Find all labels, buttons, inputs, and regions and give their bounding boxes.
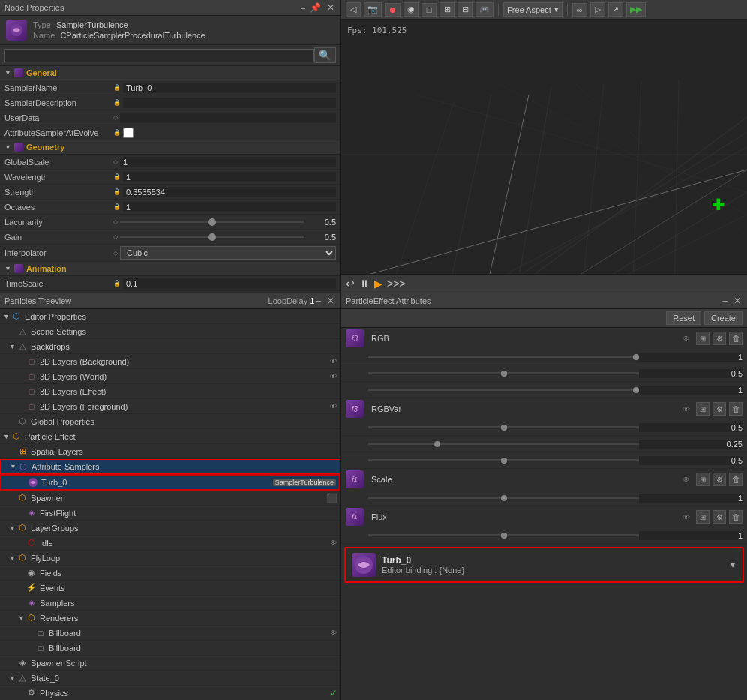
samplername-input[interactable] [123, 83, 336, 93]
pause-button[interactable]: ⏸ [359, 278, 370, 290]
rgb-slider-3[interactable] [368, 389, 639, 391]
vp-square-button[interactable]: □ [422, 3, 436, 17]
flux-slider-1[interactable] [368, 534, 639, 536]
tree-item-scene-settings[interactable]: △ Scene Settings [0, 324, 340, 339]
create-button[interactable]: Create [704, 311, 742, 325]
scale-grid-button[interactable]: ⊞ [696, 473, 710, 486]
aspect-dropdown[interactable]: Free Aspect ▾ [503, 2, 562, 17]
diamond-icon-globalscale[interactable]: ◇ [113, 158, 118, 165]
tree-item-flyloop[interactable]: ▼ ⬡ FlyLoop [0, 551, 340, 566]
diamond-icon-interpolator[interactable]: ◇ [113, 250, 118, 257]
lock-icon-attrsampler[interactable]: 🔒 [113, 129, 121, 136]
userdata-input[interactable] [120, 113, 336, 123]
tree-item-firstflight[interactable]: ◈ FirstFlight [0, 506, 340, 521]
rgbvar-trash-button[interactable]: 🗑 [729, 402, 742, 416]
rgbvar-value-2[interactable] [639, 440, 742, 449]
vp-cursor-button[interactable]: 🎮 [476, 2, 494, 17]
vp-arrow-button[interactable]: ↗ [608, 2, 623, 17]
rgb-trash-button[interactable]: 🗑 [729, 332, 742, 345]
samplerdesc-input[interactable] [123, 98, 336, 108]
flux-value-1[interactable] [639, 531, 742, 540]
pin-button[interactable]: 📌 [308, 2, 322, 13]
gain-slider[interactable] [120, 236, 304, 238]
geometry-section-header[interactable]: ▼ Geometry [0, 140, 340, 155]
rgb-slider-2[interactable] [368, 372, 639, 374]
vp-fast-button[interactable]: ▶▶ [626, 2, 646, 17]
flux-trash-button[interactable]: 🗑 [729, 510, 742, 524]
flux-eye-icon[interactable]: 👁 [682, 513, 690, 521]
animation-section-header[interactable]: ▼ Animation [0, 262, 340, 276]
globalscale-input[interactable] [120, 157, 336, 167]
wavelength-input[interactable] [123, 172, 336, 182]
attr-close-button[interactable]: ✕ [732, 296, 742, 306]
tree-item-idle[interactable]: ⬡ Idle 👁 [0, 536, 340, 551]
flux-grid-button[interactable]: ⊞ [696, 510, 710, 524]
search-input[interactable] [4, 49, 314, 62]
tree-item-physics[interactable]: ⚙ Physics ✓ [0, 686, 340, 700]
diamond-icon-gain[interactable]: ◇ [113, 233, 118, 240]
rgb-value-3[interactable] [639, 386, 742, 395]
tree-item-3d-effect[interactable]: □ 3D Layers (Effect) [0, 384, 340, 399]
rgb-grid-button[interactable]: ⊞ [696, 332, 710, 345]
flux-gear-button[interactable]: ⚙ [712, 510, 726, 524]
tree-item-spatial-layers[interactable]: ⊞ Spatial Layers [0, 444, 340, 459]
rgb-value-1[interactable] [639, 353, 742, 362]
diamond-icon-lacunarity[interactable]: ◇ [113, 218, 118, 225]
scale-slider-1[interactable] [368, 497, 639, 499]
general-section-header[interactable]: ▼ General [0, 66, 340, 80]
tree-item-spawner[interactable]: ⬡ Spawner ⬛ [0, 491, 340, 506]
lacunarity-slider[interactable] [120, 221, 304, 223]
tree-item-layergroups[interactable]: ▼ ⬡ LayerGroups [0, 521, 340, 536]
timescale-input[interactable] [123, 278, 336, 289]
attrsampler-checkbox[interactable] [123, 128, 134, 138]
lock-icon-strength[interactable]: 🔒 [113, 188, 121, 195]
tree-item-backdrops[interactable]: ▼ △ Backdrops [0, 339, 340, 354]
rgb-eye-icon[interactable]: 👁 [682, 335, 690, 343]
vp-infinity-button[interactable]: ∞ [572, 3, 587, 17]
sampler-dropdown-button[interactable]: ▾ [729, 558, 736, 572]
rgbvar-slider-1[interactable] [368, 426, 639, 428]
tree-scroll[interactable]: ▼ ⬡ Editor Properties △ Scene Settings ▼… [0, 309, 340, 700]
tree-item-3d-world[interactable]: □ 3D Layers (World) 👁 [0, 369, 340, 384]
rgbvar-value-1[interactable] [639, 423, 742, 432]
octaves-input[interactable] [123, 202, 336, 212]
eye-icon-2dbg[interactable]: 👁 [330, 357, 338, 365]
tree-item-renderers[interactable]: ▼ ⬡ Renderers [0, 611, 340, 626]
rgb-gear-button[interactable]: ⚙ [712, 332, 726, 345]
eye-icon-3dworld[interactable]: 👁 [330, 372, 338, 380]
diamond-icon-userdata[interactable]: ◇ [113, 114, 118, 121]
tree-item-billboard1[interactable]: □ Billboard 👁 [0, 626, 340, 641]
tree-item-turb0[interactable]: Turb_0 SamplerTurbulence [0, 474, 340, 491]
search-button[interactable]: 🔍 [314, 47, 336, 63]
tree-item-editor-properties[interactable]: ▼ ⬡ Editor Properties [0, 309, 340, 324]
rgbvar-gear-button[interactable]: ⚙ [712, 402, 726, 416]
scale-value-1[interactable] [639, 494, 742, 503]
rgbvar-value-3[interactable] [639, 456, 742, 465]
rgbvar-slider-3[interactable] [368, 459, 639, 461]
vp-back-button[interactable]: ◁ [346, 2, 361, 17]
rgb-slider-1[interactable] [368, 356, 639, 358]
fastforward-button[interactable]: >>> [387, 278, 406, 290]
tree-item-billboard2[interactable]: □ Billboard [0, 641, 340, 656]
scale-trash-button[interactable]: 🗑 [729, 473, 742, 486]
tree-item-fields[interactable]: ◉ Fields [0, 566, 340, 581]
lock-icon-wavelength[interactable]: 🔒 [113, 173, 121, 180]
vp-circle-button[interactable]: ◉ [404, 2, 418, 17]
tree-item-2d-fg[interactable]: □ 2D Layers (Foreground) 👁 [0, 399, 340, 414]
vp-grid-button[interactable]: ⊞ [440, 2, 454, 17]
attr-scroll[interactable]: f3 RGB 👁 ⊞ ⚙ 🗑 [341, 328, 747, 700]
scale-gear-button[interactable]: ⚙ [712, 473, 726, 486]
rewind-button[interactable]: ↩ [346, 278, 355, 290]
tree-item-state0[interactable]: ▼ △ State_0 [0, 671, 340, 686]
vp-frame-button[interactable]: ⊟ [458, 2, 472, 17]
interpolator-select[interactable]: Cubic Linear None [120, 246, 336, 260]
lock-icon-samplerdesc[interactable]: 🔒 [113, 99, 121, 106]
close-button[interactable]: ✕ [326, 2, 336, 13]
tree-close-button[interactable]: ✕ [326, 296, 336, 306]
turb0-sampler-row[interactable]: Turb_0 Editor binding : {None} ▾ [344, 547, 744, 583]
rgbvar-eye-icon[interactable]: 👁 [682, 405, 690, 413]
reset-button[interactable]: Reset [666, 311, 701, 325]
tree-item-particle-effect[interactable]: ▼ ⬡ Particle Effect [0, 429, 340, 444]
vp-play-button[interactable]: ▷ [590, 2, 605, 17]
attr-pin-button[interactable]: – [721, 296, 729, 306]
